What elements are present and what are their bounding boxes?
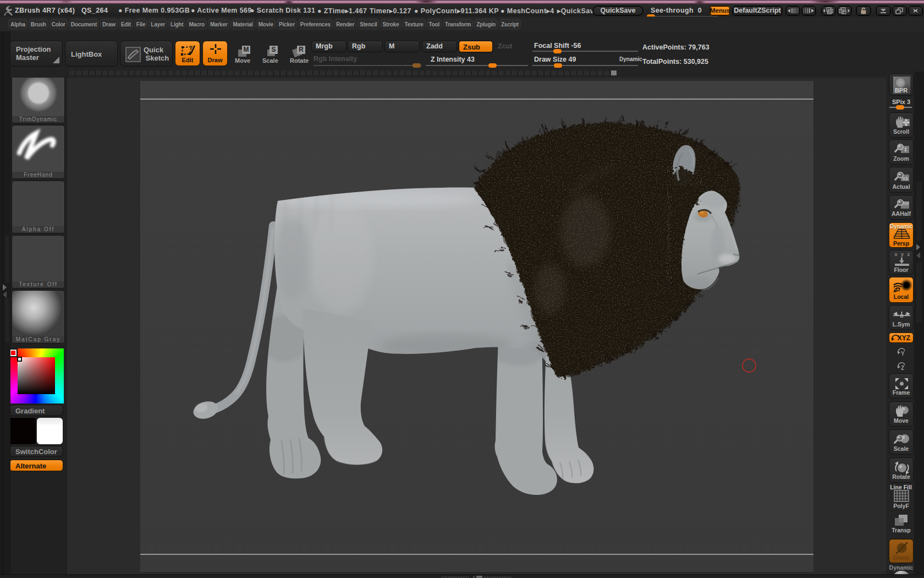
- svg-text:x1: x1: [903, 176, 908, 181]
- svg-text:Y: Y: [901, 351, 905, 357]
- svg-text:Z: Z: [901, 365, 904, 371]
